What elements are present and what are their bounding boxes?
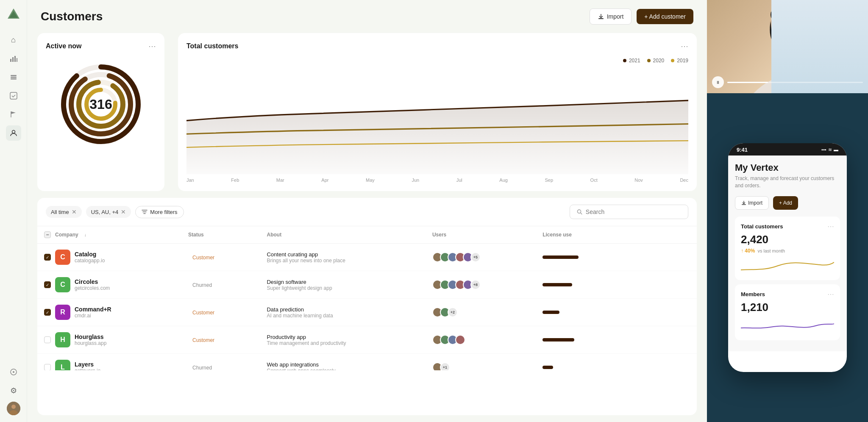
svg-point-10 (12, 130, 15, 133)
status-cell: Churned (181, 354, 260, 371)
company-sort[interactable]: ↓ (84, 233, 86, 237)
th-status: Status (181, 226, 260, 244)
delete-button[interactable]: 🗑 (631, 361, 643, 370)
phone-members-label: Members (741, 291, 765, 297)
sidebar-item-flags[interactable] (6, 107, 21, 122)
company-url: getcircoles.com (75, 285, 110, 291)
phone-total-customers-card: Total customers ⋯ 2,420 ↑ 40% vs last mo… (735, 217, 840, 280)
phone-app-title: My Vertex (735, 162, 840, 173)
more-filters-button[interactable]: More filters (135, 206, 184, 218)
sidebar: ⌂ (0, 0, 27, 422)
license-bar (542, 255, 579, 259)
delete-button[interactable]: 🗑 (631, 306, 643, 318)
page-header: Customers Import + Add customer (27, 0, 707, 33)
video-panel: ⏸ (707, 0, 868, 93)
phone-members-menu[interactable]: ⋯ (827, 290, 834, 298)
delete-button[interactable]: 🗑 (631, 334, 643, 346)
company-cell: H Hourglass hourglass.app (37, 326, 181, 354)
filter-all-time-close[interactable]: ✕ (72, 208, 77, 215)
add-customer-label: + Add customer (644, 13, 686, 20)
legend-2019: 2019 (671, 58, 688, 64)
import-button[interactable]: Import (590, 8, 632, 25)
total-customers-menu[interactable]: ⋯ (681, 42, 688, 51)
delete-button[interactable]: 🗑 (631, 251, 643, 263)
users-avatars (432, 335, 529, 345)
edit-button[interactable]: ✎ (646, 251, 658, 263)
sidebar-item-tasks[interactable] (6, 88, 21, 103)
right-side-panel: ⏸ 9:41 ▪▪▪ ≋ ▬ My Vertex Track, manage a… (707, 0, 868, 422)
company-url: hourglass.app (75, 340, 106, 346)
user-avatar[interactable] (7, 402, 20, 415)
battery-icon: ▬ (834, 147, 838, 153)
row-checkbox[interactable]: ✓ (44, 281, 51, 288)
about-name: Design software (267, 279, 418, 285)
status-cell: Customer (181, 244, 260, 271)
phone-total-value: 2,420 (741, 233, 834, 246)
status-cell: Customer (181, 326, 260, 354)
phone-frame: 9:41 ▪▪▪ ≋ ▬ My Vertex Track, manage and… (728, 143, 847, 372)
phone-import-button[interactable]: Import (735, 196, 769, 210)
status-cell: Churned (181, 271, 260, 299)
about-name: Content curating app (267, 251, 418, 258)
filter-all-time[interactable]: All time ✕ (46, 206, 82, 218)
edit-button[interactable]: ✎ (646, 361, 658, 370)
about-cell: Data prediction AI and machine learning … (260, 299, 425, 326)
about-name: Productivity app (267, 334, 418, 340)
users-cell: +5 (426, 244, 536, 271)
license-cell (536, 299, 624, 326)
svg-rect-6 (11, 75, 17, 76)
company-cell: ✓ C Circoles getcircoles.com (37, 271, 181, 299)
user-avatar-img (455, 335, 465, 345)
search-input[interactable] (586, 208, 681, 215)
customers-table: − Company ↓ Status About Users License u… (37, 226, 697, 370)
th-users: Users (426, 226, 536, 244)
row-checkbox[interactable] (44, 336, 51, 343)
delete-button[interactable]: 🗑 (631, 279, 643, 291)
user-avatar-more: +1 (440, 362, 450, 370)
total-customers-header: Total customers ⋯ (186, 42, 688, 51)
actions-cell: 🗑 ✎ (624, 244, 697, 271)
filter-all-time-label: All time (51, 209, 69, 215)
select-all-checkbox[interactable]: − (44, 231, 51, 238)
th-about: About (260, 226, 425, 244)
app-logo[interactable] (6, 7, 21, 22)
filter-location-label: US, AU, +4 (91, 209, 119, 215)
row-checkbox[interactable]: ✓ (44, 254, 51, 261)
phone-card-menu[interactable]: ⋯ (827, 222, 834, 230)
phone-time: 9:41 (737, 147, 748, 153)
sidebar-item-customers[interactable] (6, 125, 21, 141)
svg-rect-4 (14, 56, 16, 62)
company-url: cmdr.ai (75, 313, 111, 319)
video-progress-bar[interactable] (727, 82, 863, 83)
active-now-menu[interactable]: ⋯ (148, 42, 156, 51)
sidebar-item-home[interactable]: ⌂ (6, 32, 21, 47)
pause-button[interactable]: ⏸ (712, 76, 724, 88)
edit-button[interactable]: ✎ (646, 306, 658, 318)
add-customer-button[interactable]: + Add customer (637, 9, 693, 24)
phone-add-button[interactable]: + Add (773, 196, 798, 210)
row-checkbox[interactable]: ✓ (44, 309, 51, 316)
svg-rect-31 (742, 204, 746, 205)
sidebar-item-analytics[interactable] (6, 51, 21, 66)
company-logo: H (55, 332, 70, 347)
row-checkbox[interactable] (44, 364, 51, 370)
edit-button[interactable]: ✎ (646, 279, 658, 291)
sidebar-item-settings[interactable]: ⚙ (6, 383, 21, 398)
chart-labels: Jan Feb Mar Apr May Jun Jul Aug Sep Oct … (186, 174, 688, 183)
legend-label-2019: 2019 (677, 58, 688, 64)
filters-row: All time ✕ US, AU, +4 ✕ More filters (37, 198, 697, 226)
about-desc: Time management and productivity (267, 340, 418, 346)
about-name: Data prediction (267, 306, 418, 313)
search-box[interactable] (570, 205, 688, 219)
about-name: Web app integrations (267, 361, 418, 368)
phone-metric-sub: ↑ 40% vs last month (741, 248, 834, 254)
active-now-title: Active now (46, 42, 81, 50)
license-bar (542, 366, 553, 369)
company-logo: C (55, 277, 70, 292)
th-actions (624, 226, 697, 244)
edit-button[interactable]: ✎ (646, 334, 658, 346)
filter-location-close[interactable]: ✕ (121, 208, 126, 215)
sidebar-item-layers[interactable] (6, 69, 21, 85)
filter-location[interactable]: US, AU, +4 ✕ (86, 206, 131, 218)
sidebar-item-org[interactable] (6, 364, 21, 380)
